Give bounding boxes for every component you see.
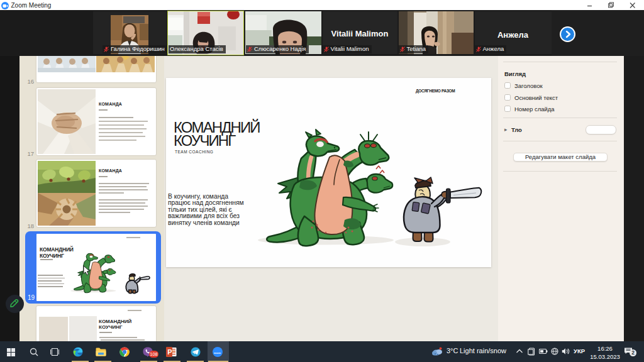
svg-text:zoom: zoom — [214, 351, 221, 354]
svg-text:P: P — [167, 348, 172, 356]
